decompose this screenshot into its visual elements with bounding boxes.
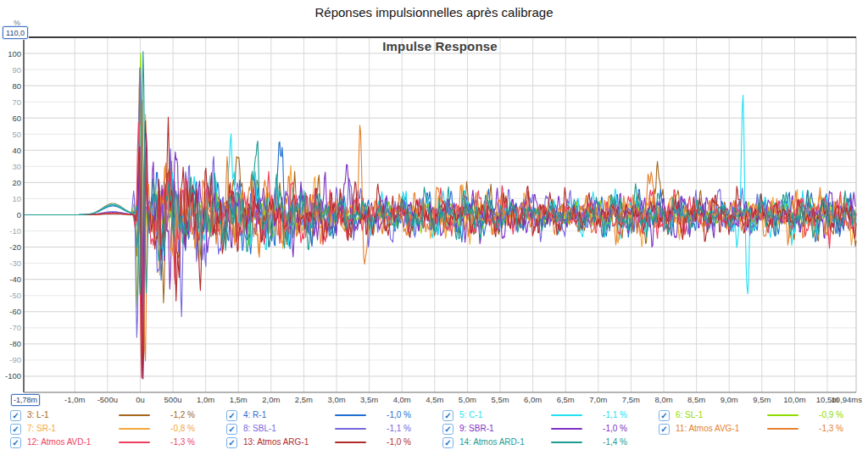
x-tick-label: 0u [136, 395, 145, 404]
x-tick-label: 6,5m [557, 395, 575, 404]
channel-legend: ✓3: L-1-1,2 %✓4: R-1-1,0 %✓5: C-1-1,1 %✓… [0, 408, 868, 452]
channel-checkbox[interactable]: ✓ [10, 437, 21, 448]
y-tick-label: 60 [12, 114, 21, 123]
channel-label: 5: C-1 [459, 410, 548, 419]
channel-offset-percent: -1,0 % [573, 424, 627, 433]
channel-checkbox[interactable]: ✓ [226, 437, 237, 448]
x-tick-label: 1,0m [197, 395, 214, 404]
x-tick-label: 10,94ms [832, 395, 863, 404]
x-tick-label: 8,5m [687, 395, 705, 404]
legend-item[interactable]: ✓12: Atmos AVD-1-1,3 % [7, 436, 220, 449]
impulse-trace-9 [24, 122, 856, 377]
legend-item[interactable]: ✓13: Atmos ARG-1-1,0 % [223, 436, 437, 449]
y-tick-label: -10 [9, 226, 21, 236]
channel-label: 4: R-1 [243, 410, 331, 419]
x-tick-label: 10,0m [783, 395, 805, 404]
x-tick-label: 4,5m [426, 395, 443, 404]
channel-offset-percent: -1,3 % [789, 424, 843, 433]
channel-checkbox[interactable]: ✓ [10, 410, 21, 421]
impulse-response-plot[interactable]: 1009080706050403020100-10-20-30-40-50-60… [0, 0, 868, 407]
channel-label: 14: Atmos ARD-1 [459, 437, 548, 447]
x-tick-label: -500u [97, 395, 118, 404]
x-tick-label: 500u [164, 395, 181, 404]
channel-offset-percent: -1,2 % [141, 410, 195, 419]
legend-item[interactable]: ✓14: Atmos ARD-1-1,4 % [439, 436, 653, 449]
channel-label: 11: Atmos AVG-1 [676, 424, 764, 433]
x-tick-label: 8,0m [654, 395, 672, 404]
impulse-trace-7 [24, 134, 856, 380]
channel-label: 6: SL-1 [676, 410, 764, 419]
channel-checkbox[interactable]: ✓ [442, 437, 453, 448]
y-tick-label: -70 [9, 323, 21, 332]
y-tick-label: 100 [8, 49, 21, 58]
y-tick-label: 10 [12, 194, 21, 203]
y-tick-label: -20 [9, 242, 21, 252]
legend-item[interactable]: ✓8: SBL-1-1,1 % [223, 423, 437, 436]
channel-checkbox[interactable]: ✓ [226, 410, 237, 421]
channel-offset-percent: -1,3 % [141, 437, 195, 447]
channel-offset-percent: -1,1 % [573, 410, 627, 419]
channel-checkbox[interactable]: ✓ [442, 410, 453, 421]
channel-offset-percent: -1,1 % [357, 424, 411, 433]
channel-label: 7: SR-1 [27, 424, 115, 433]
x-tick-label: 5,0m [459, 395, 476, 404]
y-tick-label: -90 [9, 355, 21, 364]
channel-offset-percent: -1,0 % [357, 437, 411, 447]
channel-label: 12: Atmos AVD-1 [27, 437, 115, 447]
impulse-response-window: Réponses impulsionnelles après calibrage… [0, 0, 868, 461]
y-tick-label: 40 [12, 146, 21, 155]
x-tick-label: 5,5m [491, 395, 509, 404]
channel-label: 13: Atmos ARG-1 [243, 437, 331, 447]
x-tick-label: 7,5m [622, 395, 640, 404]
y-tick-label: -50 [9, 291, 21, 300]
y-tick-label: -40 [9, 275, 21, 284]
y-tick-label: 90 [12, 65, 21, 75]
impulse-trace-10 [24, 117, 856, 378]
channel-checkbox[interactable]: ✓ [10, 424, 21, 435]
channel-offset-percent: -1,4 % [573, 437, 627, 447]
y-tick-label: 0 [17, 210, 21, 219]
x-tick-label: 1,5m [230, 395, 248, 404]
chart-area: 1009080706050403020100-10-20-30-40-50-60… [0, 0, 868, 407]
y-tick-label: 30 [12, 162, 21, 171]
y-tick-label: -30 [9, 258, 21, 268]
x-tick-label: 3,5m [360, 395, 378, 404]
x-tick-label: 9,5m [753, 395, 771, 404]
impulse-trace-4 [24, 53, 856, 307]
legend-item[interactable]: ✓7: SR-1-0,8 % [7, 423, 220, 436]
y-tick-label: -60 [9, 307, 21, 316]
y-tick-label: 80 [12, 81, 21, 91]
channel-checkbox[interactable]: ✓ [659, 424, 670, 435]
channel-checkbox[interactable]: ✓ [226, 424, 237, 435]
y-tick-label: 20 [12, 178, 21, 187]
channel-checkbox[interactable]: ✓ [442, 424, 453, 435]
x-tick-label: 3,0m [327, 395, 345, 404]
legend-item[interactable]: ✓6: SL-1-0,9 % [655, 409, 868, 422]
x-tick-label: 4,0m [393, 395, 411, 404]
channel-offset-percent: -0,8 % [141, 424, 195, 433]
impulse-trace-11 [24, 52, 856, 295]
legend-item[interactable]: ✓4: R-1-1,0 % [223, 409, 437, 422]
y-tick-label: 50 [12, 130, 21, 139]
y-tick-label: -80 [9, 339, 21, 348]
x-tick-label: 7,0m [589, 395, 607, 404]
legend-item[interactable]: ✓9: SBR-1-1,0 % [439, 423, 653, 436]
y-axis-max-field[interactable]: 110,0 [3, 26, 28, 39]
x-tick-label: 6,0m [524, 395, 542, 404]
channel-offset-percent: -0,9 % [789, 410, 843, 419]
x-tick-label: 9,0m [721, 395, 738, 404]
channel-label: 8: SBL-1 [243, 424, 331, 433]
x-tick-label: 2,0m [262, 395, 280, 404]
legend-item[interactable]: ✓11: Atmos AVG-1-1,3 % [655, 423, 868, 436]
y-tick-label: -100 [5, 371, 21, 380]
plot-title: Impulse Response [382, 39, 498, 53]
channel-label: 3: L-1 [27, 410, 115, 419]
x-tick-label: -1,0m [64, 395, 85, 404]
legend-item[interactable]: ✓3: L-1-1,2 % [7, 409, 220, 422]
x-tick-label: 2,5m [295, 395, 313, 404]
legend-item[interactable]: ✓5: C-1-1,1 % [439, 409, 653, 422]
channel-label: 9: SBR-1 [459, 424, 548, 433]
x-axis-min-field[interactable]: -1,78m [11, 394, 40, 406]
channel-offset-percent: -1,0 % [357, 410, 411, 419]
channel-checkbox[interactable]: ✓ [659, 410, 670, 421]
